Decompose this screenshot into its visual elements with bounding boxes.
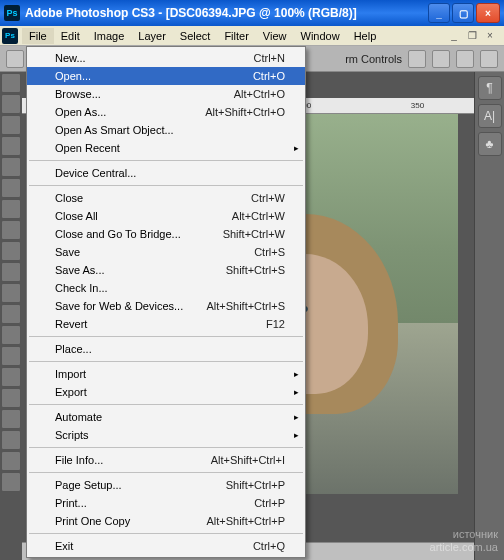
tool-path[interactable]: [1, 409, 21, 429]
minimize-button[interactable]: _: [428, 3, 450, 23]
align-icon-3[interactable]: [456, 50, 474, 68]
tool-zoom[interactable]: [1, 472, 21, 492]
menu-help[interactable]: Help: [347, 28, 384, 44]
tools-panel: [0, 72, 22, 560]
file-menu-dropdown: New...Ctrl+NOpen...Ctrl+OBrowse...Alt+Ct…: [26, 46, 306, 558]
window-buttons: _ ▢ ×: [428, 3, 500, 23]
menu-bar: Ps FileEditImageLayerSelectFilterViewWin…: [0, 26, 504, 46]
tool-pen[interactable]: [1, 367, 21, 387]
menu-window[interactable]: Window: [294, 28, 347, 44]
menu-select[interactable]: Select: [173, 28, 218, 44]
menu-item-label: Print One Copy: [55, 515, 206, 527]
menu-item-browse[interactable]: Browse...Alt+Ctrl+O: [27, 85, 305, 103]
tool-history[interactable]: [1, 262, 21, 282]
menu-item-shortcut: Alt+Ctrl+W: [232, 210, 285, 222]
close-button[interactable]: ×: [476, 3, 500, 23]
menu-item-shortcut: Ctrl+O: [253, 70, 285, 82]
menu-item-close[interactable]: CloseCtrl+W: [27, 189, 305, 207]
tool-lasso[interactable]: [1, 115, 21, 135]
tool-dodge[interactable]: [1, 346, 21, 366]
tool-brush[interactable]: [1, 220, 21, 240]
menu-item-close-all[interactable]: Close AllAlt+Ctrl+W: [27, 207, 305, 225]
menu-item-label: Place...: [55, 343, 285, 355]
menu-separator: [29, 533, 303, 534]
menu-item-label: Page Setup...: [55, 479, 226, 491]
menu-item-print-one-copy[interactable]: Print One CopyAlt+Shift+Ctrl+P: [27, 512, 305, 530]
mdi-close-icon[interactable]: ×: [484, 30, 496, 42]
menu-item-label: Revert: [55, 318, 266, 330]
menu-filter[interactable]: Filter: [217, 28, 255, 44]
menu-item-shortcut: Alt+Shift+Ctrl+I: [211, 454, 285, 466]
menu-item-shortcut: Alt+Shift+Ctrl+O: [205, 106, 285, 118]
menu-item-automate[interactable]: Automate: [27, 408, 305, 426]
tool-type[interactable]: [1, 388, 21, 408]
mdi-minimize-icon[interactable]: _: [448, 30, 460, 42]
tool-marquee[interactable]: [1, 94, 21, 114]
tool-crop[interactable]: [1, 157, 21, 177]
panel-clone-icon[interactable]: ♣: [478, 132, 502, 156]
menu-item-label: Save As...: [55, 264, 226, 276]
menu-separator: [29, 185, 303, 186]
menu-item-exit[interactable]: ExitCtrl+Q: [27, 537, 305, 555]
menu-image[interactable]: Image: [87, 28, 132, 44]
menu-item-save-as[interactable]: Save As...Shift+Ctrl+S: [27, 261, 305, 279]
menu-item-shortcut: Shift+Ctrl+S: [226, 264, 285, 276]
menu-item-label: Exit: [55, 540, 253, 552]
menu-item-new[interactable]: New...Ctrl+N: [27, 49, 305, 67]
tool-eraser[interactable]: [1, 283, 21, 303]
menu-item-export[interactable]: Export: [27, 383, 305, 401]
menu-item-label: Print...: [55, 497, 254, 509]
panel-dock: ¶ A| ♣: [474, 72, 504, 560]
title-bar: Ps Adobe Photoshop CS3 - [DSC06394.JPG @…: [0, 0, 504, 26]
panel-character-icon[interactable]: ¶: [478, 76, 502, 100]
menu-separator: [29, 447, 303, 448]
ruler-tick: 350: [411, 101, 424, 110]
align-icon-2[interactable]: [432, 50, 450, 68]
tool-eyedropper[interactable]: [1, 178, 21, 198]
menu-item-close-and-go-to-bridge[interactable]: Close and Go To Bridge...Shift+Ctrl+W: [27, 225, 305, 243]
menu-item-page-setup[interactable]: Page Setup...Shift+Ctrl+P: [27, 476, 305, 494]
tool-shape[interactable]: [1, 430, 21, 450]
menu-item-file-info[interactable]: File Info...Alt+Shift+Ctrl+I: [27, 451, 305, 469]
mdi-restore-icon[interactable]: ❐: [466, 30, 478, 42]
tool-stamp[interactable]: [1, 241, 21, 261]
menu-item-open-as[interactable]: Open As...Alt+Shift+Ctrl+O: [27, 103, 305, 121]
tool-blur[interactable]: [1, 325, 21, 345]
menu-separator: [29, 472, 303, 473]
menu-item-label: Save: [55, 246, 254, 258]
tool-heal[interactable]: [1, 199, 21, 219]
menu-item-label: New...: [55, 52, 254, 64]
align-icon-1[interactable]: [408, 50, 426, 68]
menu-item-label: Close: [55, 192, 251, 204]
menu-item-label: Open As...: [55, 106, 205, 118]
maximize-button[interactable]: ▢: [452, 3, 474, 23]
menu-item-save-for-web-devices[interactable]: Save for Web & Devices...Alt+Shift+Ctrl+…: [27, 297, 305, 315]
menu-file[interactable]: File: [22, 28, 54, 44]
panel-paragraph-icon[interactable]: A|: [478, 104, 502, 128]
menu-item-open-as-smart-object[interactable]: Open As Smart Object...: [27, 121, 305, 139]
menu-item-print[interactable]: Print...Ctrl+P: [27, 494, 305, 512]
menu-item-check-in[interactable]: Check In...: [27, 279, 305, 297]
menu-item-label: Scripts: [55, 429, 285, 441]
tool-hand[interactable]: [1, 451, 21, 471]
menu-item-shortcut: Alt+Shift+Ctrl+S: [206, 300, 285, 312]
tool-wand[interactable]: [1, 136, 21, 156]
menu-item-shortcut: Shift+Ctrl+W: [223, 228, 285, 240]
menu-item-device-central[interactable]: Device Central...: [27, 164, 305, 182]
tool-move[interactable]: [1, 73, 21, 93]
menu-separator: [29, 404, 303, 405]
menu-item-open[interactable]: Open...Ctrl+O: [27, 67, 305, 85]
menu-item-save[interactable]: SaveCtrl+S: [27, 243, 305, 261]
menu-edit[interactable]: Edit: [54, 28, 87, 44]
menu-item-import[interactable]: Import: [27, 365, 305, 383]
menu-item-revert[interactable]: RevertF12: [27, 315, 305, 333]
menu-item-place[interactable]: Place...: [27, 340, 305, 358]
tool-gradient[interactable]: [1, 304, 21, 324]
menu-layer[interactable]: Layer: [131, 28, 173, 44]
align-icon-4[interactable]: [480, 50, 498, 68]
tool-preset-icon[interactable]: [6, 50, 24, 68]
menu-item-open-recent[interactable]: Open Recent: [27, 139, 305, 157]
menu-item-label: Automate: [55, 411, 285, 423]
menu-item-scripts[interactable]: Scripts: [27, 426, 305, 444]
menu-view[interactable]: View: [256, 28, 294, 44]
